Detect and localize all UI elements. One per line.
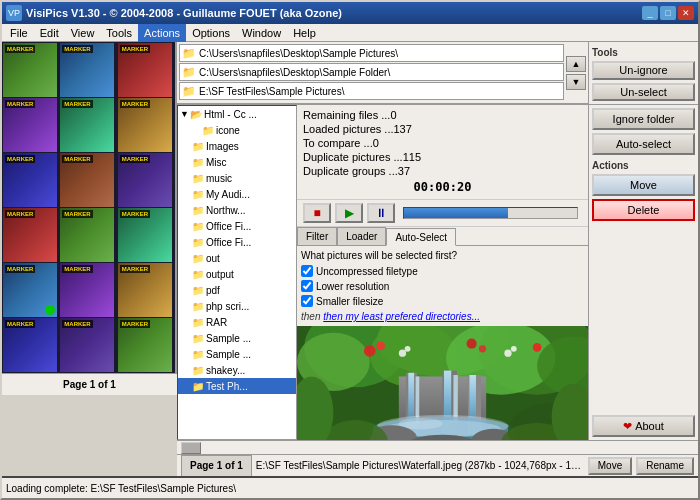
list-item[interactable]: MARKER bbox=[3, 43, 57, 97]
dir-label: Sample ... bbox=[206, 333, 251, 344]
list-item[interactable]: MARKER bbox=[118, 318, 172, 372]
menu-view[interactable]: View bbox=[65, 24, 101, 42]
maximize-button[interactable]: □ bbox=[660, 6, 676, 20]
menu-options[interactable]: Options bbox=[186, 24, 236, 42]
list-item[interactable]: MARKER bbox=[60, 43, 114, 97]
horizontal-scrollbar[interactable] bbox=[177, 440, 698, 454]
list-item[interactable]: MARKER bbox=[118, 208, 172, 262]
page-info-text: Page 1 of 1 bbox=[63, 379, 116, 390]
option-uncompressed: Uncompressed filetype bbox=[301, 265, 584, 277]
scroll-thumb[interactable] bbox=[181, 442, 201, 454]
dir-item[interactable]: 📁 Northw... bbox=[178, 202, 296, 218]
list-item[interactable]: MARKER bbox=[60, 263, 114, 317]
dir-item[interactable]: 📁 Sample ... bbox=[178, 346, 296, 362]
uncompressed-checkbox[interactable] bbox=[301, 265, 313, 277]
dir-item[interactable]: 📁 RAR bbox=[178, 314, 296, 330]
svg-point-16 bbox=[511, 346, 517, 352]
tab-filter[interactable]: Filter bbox=[297, 227, 337, 245]
folder-icon: 📁 bbox=[182, 85, 196, 98]
thumbnail-image: MARKER bbox=[60, 208, 114, 262]
ignore-folder-button[interactable]: Ignore folder bbox=[592, 108, 695, 130]
dir-label: icone bbox=[216, 125, 240, 136]
dir-item[interactable]: 📁 Images bbox=[178, 138, 296, 154]
list-item[interactable]: MARKER bbox=[118, 153, 172, 207]
list-item[interactable]: MARKER bbox=[60, 153, 114, 207]
dir-item[interactable]: 📁 Misc bbox=[178, 154, 296, 170]
dir-item[interactable]: 📁 shakey... bbox=[178, 362, 296, 378]
list-item[interactable]: MARKER bbox=[118, 43, 172, 97]
dir-item[interactable]: 📁 pdf bbox=[178, 282, 296, 298]
marker-label: MARKER bbox=[62, 265, 92, 273]
list-item[interactable]: MARKER bbox=[3, 318, 57, 372]
dir-label: RAR bbox=[206, 317, 227, 328]
playback-controls: ■ ▶ ⏸ bbox=[297, 200, 588, 227]
tab-autoselect[interactable]: Auto-Select bbox=[386, 228, 456, 246]
path-down-button[interactable]: ▼ bbox=[566, 74, 586, 90]
actions-section-label: Actions bbox=[592, 160, 695, 171]
minimize-button[interactable]: _ bbox=[642, 6, 658, 20]
menu-window[interactable]: Window bbox=[236, 24, 287, 42]
folder-icon: 📁 bbox=[192, 189, 204, 200]
menu-tools[interactable]: Tools bbox=[100, 24, 138, 42]
center-right-panel: 📁 C:\Users\snapfiles\Desktop\Sample Pict… bbox=[177, 42, 698, 476]
file-path-row[interactable]: 📁 C:\Users\snapfiles\Desktop\Sample Fold… bbox=[179, 63, 564, 81]
menu-actions[interactable]: Actions bbox=[138, 24, 186, 42]
list-item[interactable]: MARKER bbox=[60, 318, 114, 372]
marker-label: MARKER bbox=[5, 320, 35, 328]
close-button[interactable]: ✕ bbox=[678, 6, 694, 20]
about-button[interactable]: ❤ About bbox=[592, 415, 695, 437]
prefered-dirs-link[interactable]: then my least prefered directories... bbox=[323, 311, 480, 322]
path-up-button[interactable]: ▲ bbox=[566, 56, 586, 72]
stop-button[interactable]: ■ bbox=[303, 203, 331, 223]
menu-edit[interactable]: Edit bbox=[34, 24, 65, 42]
thumbnail-image: MARKER bbox=[3, 98, 57, 152]
dir-item[interactable]: ▼ 📂 Html - Cc ... bbox=[178, 106, 296, 122]
play-button[interactable]: ▶ bbox=[335, 203, 363, 223]
file-path-row[interactable]: 📁 E:\SF TestFiles\Sample Pictures\ bbox=[179, 82, 564, 100]
menu-help[interactable]: Help bbox=[287, 24, 322, 42]
directory-tree[interactable]: ▼ 📂 Html - Cc ... 📁 icone 📁 Images bbox=[177, 105, 297, 440]
dir-item[interactable]: 📁 out bbox=[178, 250, 296, 266]
list-item[interactable]: MARKER bbox=[118, 98, 172, 152]
delete-button[interactable]: Delete bbox=[592, 199, 695, 221]
menu-file[interactable]: File bbox=[4, 24, 34, 42]
tab-area: Filter Loader Auto-Select What pictures … bbox=[297, 227, 588, 440]
list-item[interactable]: MARKER bbox=[60, 98, 114, 152]
move-status-button[interactable]: Move bbox=[588, 457, 632, 475]
dir-item[interactable]: 📁 Test Ph... bbox=[178, 378, 296, 394]
list-item[interactable]: MARKER bbox=[3, 263, 57, 317]
smaller-size-checkbox[interactable] bbox=[301, 295, 313, 307]
thumbnail-image: MARKER bbox=[3, 208, 57, 262]
tab-bar: Filter Loader Auto-Select bbox=[297, 227, 588, 246]
dir-item[interactable]: 📁 output bbox=[178, 266, 296, 282]
tab-loader[interactable]: Loader bbox=[337, 227, 386, 245]
lower-res-checkbox[interactable] bbox=[301, 280, 313, 292]
file-path-row[interactable]: 📁 C:\Users\snapfiles\Desktop\Sample Pict… bbox=[179, 44, 564, 62]
thumbnail-image: MARKER bbox=[118, 43, 172, 97]
rename-status-button[interactable]: Rename bbox=[636, 457, 694, 475]
dir-item[interactable]: 📁 music bbox=[178, 170, 296, 186]
auto-select-button[interactable]: Auto-select bbox=[592, 133, 695, 155]
list-item[interactable]: MARKER bbox=[3, 153, 57, 207]
pause-button[interactable]: ⏸ bbox=[367, 203, 395, 223]
unselect-button[interactable]: Un-select bbox=[592, 83, 695, 102]
dir-item[interactable]: 📁 Office Fi... bbox=[178, 218, 296, 234]
svg-point-11 bbox=[479, 345, 486, 352]
dir-item[interactable]: 📁 php scri... bbox=[178, 298, 296, 314]
dir-label: music bbox=[206, 173, 232, 184]
dir-item[interactable]: 📁 Office Fi... bbox=[178, 234, 296, 250]
marker-label: MARKER bbox=[62, 45, 92, 53]
unignore-button[interactable]: Un-ignore bbox=[592, 61, 695, 80]
list-item[interactable]: MARKER bbox=[60, 208, 114, 262]
list-item[interactable]: MARKER bbox=[3, 208, 57, 262]
loading-bar: Loading complete: E:\SF TestFiles\Sample… bbox=[2, 476, 698, 498]
dir-item[interactable]: 📁 My Audi... bbox=[178, 186, 296, 202]
dir-item[interactable]: 📁 icone bbox=[178, 122, 296, 138]
list-item[interactable]: MARKER bbox=[3, 98, 57, 152]
dir-item[interactable]: 📁 Sample ... bbox=[178, 330, 296, 346]
list-item[interactable]: MARKER bbox=[118, 263, 172, 317]
title-bar: VP VisiPics V1.30 - © 2004-2008 - Guilla… bbox=[2, 2, 698, 24]
thumbnail-image: MARKER bbox=[60, 263, 114, 317]
folder-icon: 📁 bbox=[192, 269, 204, 280]
move-button[interactable]: Move bbox=[592, 174, 695, 196]
